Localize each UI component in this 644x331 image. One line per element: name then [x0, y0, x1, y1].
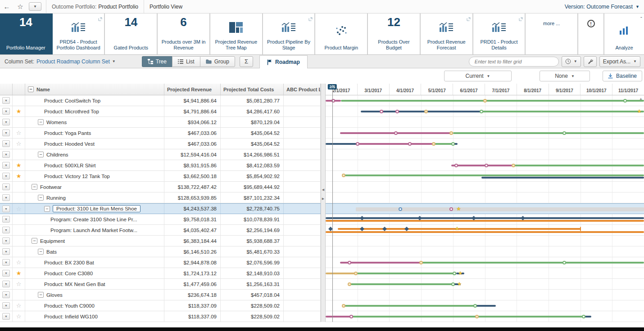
filter-input[interactable]	[469, 57, 559, 67]
tile-gated-products[interactable]: 14Gated Products	[105, 13, 158, 54]
milestone-star-icon[interactable]: ★	[637, 109, 641, 114]
table-row[interactable]: ▼Product: CoolSwitch Top$4,941,886.64$5,…	[0, 95, 321, 106]
history-button[interactable]: ▼	[562, 56, 581, 67]
table-row[interactable]: ▼★Product: Microthred Top$4,791,886.64$4…	[0, 106, 321, 117]
table-row[interactable]: ▼−Running$128,653,939.85$87,101,232.34	[0, 192, 321, 203]
table-row[interactable]: ▼Program: Create 3100 Shoe Line Pr...$9,…	[0, 214, 321, 225]
tile-prd54-dashboard[interactable]: PRD54 - Product Portfolio Dashboard	[53, 13, 105, 54]
row-menu-button[interactable]: ▼	[2, 173, 10, 179]
tile-analyze[interactable]: Analyze-	[604, 13, 644, 54]
gantt-row[interactable]	[326, 117, 644, 128]
gantt-row[interactable]	[326, 149, 644, 160]
gantt-row[interactable]	[326, 257, 644, 268]
milestone-star-icon[interactable]: ★	[457, 282, 462, 286]
gantt-bar[interactable]	[341, 100, 644, 102]
tile-pipeline-by-stage[interactable]: Product Pipeline By Stage	[263, 13, 316, 54]
row-menu-button[interactable]: ▼	[2, 291, 10, 298]
gantt-bar[interactable]	[475, 305, 496, 307]
milestone-circle-icon[interactable]	[395, 110, 399, 113]
back-icon[interactable]: ←	[0, 3, 14, 10]
header-projected-revenue[interactable]: Projected Revenue	[164, 84, 221, 95]
milestone-circle-icon[interactable]	[432, 142, 435, 146]
collapse-icon[interactable]: −	[38, 249, 44, 255]
milestone-circle-icon[interactable]	[475, 315, 479, 318]
table-row[interactable]: ▼−Childrens$12,594,416.04$14,266,986.51	[0, 149, 321, 160]
tile-more[interactable]: more ...	[526, 13, 578, 54]
gantt-row[interactable]	[326, 95, 644, 106]
row-menu-button[interactable]: ▼	[2, 119, 10, 125]
popout-icon[interactable]	[467, 15, 471, 23]
header-name[interactable]: −Name	[25, 84, 164, 95]
gantt-bar[interactable]	[326, 143, 358, 145]
table-row[interactable]: ▼★Product: Victory 12 Tank Top$3,662,500…	[0, 171, 321, 182]
milestone-star-icon[interactable]: ★	[457, 206, 461, 211]
scroll-up-icon[interactable]: ▲	[639, 97, 643, 101]
gantt-bar[interactable]	[421, 262, 644, 264]
gantt-row[interactable]	[326, 300, 644, 311]
tile-portfolio-manager[interactable]: 14Portfolio Manager	[0, 13, 53, 54]
compare-dropdown[interactable]: None ▼	[540, 71, 590, 81]
tile-products-over-3m[interactable]: 6Products over 3M in Revenue	[158, 13, 210, 54]
milestone-circle-icon[interactable]	[342, 174, 345, 177]
favorite-star-icon[interactable]: ☆	[16, 313, 22, 319]
milestone-circle-icon[interactable]	[424, 110, 428, 113]
row-menu-button[interactable]: ▼	[2, 151, 10, 158]
table-row[interactable]: ▼★Product: 500XLR Shirt$8,931,915.86$8,4…	[0, 160, 321, 171]
collapse-icon[interactable]: −	[38, 152, 44, 157]
row-menu-button[interactable]: ▼	[2, 227, 10, 233]
table-row[interactable]: ▼−Womens$934,066.12$870,129.04	[0, 117, 321, 128]
milestone-circle-icon[interactable]	[485, 164, 488, 167]
row-menu-button[interactable]: ▼	[2, 206, 10, 212]
gantt-bar[interactable]	[326, 217, 644, 219]
milestone-circle-icon[interactable]	[562, 261, 566, 264]
milestone-circle-icon[interactable]	[480, 110, 483, 113]
collapse-icon[interactable]: −	[38, 119, 44, 125]
row-menu-button[interactable]: ▼	[2, 302, 10, 309]
milestone-circle-icon[interactable]	[451, 142, 455, 146]
milestone-diamond-icon[interactable]	[360, 227, 364, 231]
gantt-row[interactable]	[326, 182, 644, 192]
row-menu-button[interactable]: ▼	[2, 237, 10, 244]
favorite-star-icon[interactable]: ☆	[16, 303, 22, 309]
gantt-row[interactable]	[326, 160, 644, 171]
row-menu-button[interactable]: ▼	[2, 270, 10, 277]
row-menu-button[interactable]: ▼	[2, 216, 10, 223]
table-row[interactable]: ▼☆Product: Infield WG100$118,337.09$228,…	[0, 311, 321, 322]
header-projected-total-costs[interactable]: Projected Total Costs	[221, 84, 284, 95]
collapse-icon[interactable]: −	[32, 184, 37, 190]
tile-revenue-forecast[interactable]: Product Revenue Forecast	[421, 13, 473, 54]
version-selector[interactable]: Version: Outcome Forecast ▼	[565, 4, 644, 10]
tab-roadmap[interactable]: Roadmap	[259, 55, 308, 68]
row-menu-button[interactable]: ▼	[2, 130, 10, 136]
milestone-circle-icon[interactable]	[419, 261, 423, 264]
gantt-bar[interactable]	[481, 111, 644, 112]
table-row[interactable]: ▼☆−Product: 3100 Lite Run Mens Shoe$4,24…	[0, 203, 321, 214]
collapse-icon[interactable]: −	[38, 195, 44, 201]
gantt-row[interactable]	[326, 290, 644, 300]
gantt-bar[interactable]	[361, 111, 482, 112]
gantt-bar[interactable]	[326, 231, 644, 233]
collapse-icon[interactable]: −	[44, 206, 50, 212]
table-row[interactable]: ▼−Gloves$236,674.18$457,018.04	[0, 290, 321, 300]
row-menu-button[interactable]: ▼	[2, 248, 10, 255]
group-view-button[interactable]: Group	[200, 56, 235, 67]
milestone-circle-icon[interactable]	[356, 142, 359, 146]
gantt-row[interactable]: ★	[326, 268, 644, 279]
favorite-star-icon[interactable]: ☆	[16, 206, 22, 212]
favorite-star-icon[interactable]: ★	[16, 162, 22, 168]
row-menu-button[interactable]: ▼	[2, 97, 10, 104]
milestone-circle-icon[interactable]	[408, 142, 412, 146]
milestone-circle-icon[interactable]	[449, 131, 453, 135]
gantt-row[interactable]	[326, 139, 644, 149]
milestone-circle-icon[interactable]	[348, 282, 351, 286]
row-menu-button[interactable]: ▼	[2, 108, 10, 115]
pane-splitter[interactable]: ◀ ▶	[321, 84, 326, 322]
tile-alert[interactable]: !	[578, 13, 604, 54]
row-menu-button[interactable]: ▼	[2, 162, 10, 169]
gantt-row[interactable]	[326, 171, 644, 182]
milestone-circle-icon[interactable]	[394, 131, 398, 135]
milestone-circle-icon[interactable]	[623, 99, 627, 103]
gantt-bar[interactable]	[434, 143, 453, 145]
gantt-row[interactable]: ★	[326, 106, 644, 117]
table-row[interactable]: ▼☆Product: BX 2300 Bat$2,944,878.08$2,07…	[0, 257, 321, 268]
